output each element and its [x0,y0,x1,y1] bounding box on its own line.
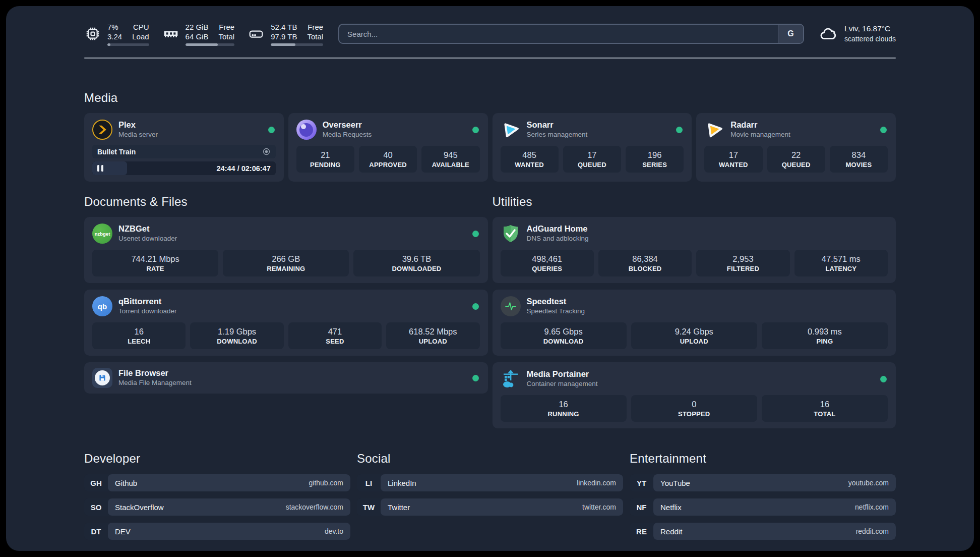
plex-icon [92,120,112,140]
stat-tile: 86,384 BLOCKED [598,250,692,276]
plex-status-dot [268,127,275,133]
disk-total-value: 97.9 TB [271,32,297,41]
speedtest-title: Speedtest [527,296,585,306]
radarr-status-dot [880,127,887,133]
stat-tile: 16 TOTAL [762,395,888,422]
utilities-column: Utilities AdGuard Home DNS and adblockin… [493,195,896,428]
stat-tile: 744.21 Mbps RATE [92,250,218,276]
social-links: Social LI LinkedIn linkedin.com TW Twitt… [357,452,623,547]
stat-tile: 39.6 TB DOWNLOADED [353,250,479,276]
overseerr-subtitle: Media Requests [323,130,372,140]
memory-stat: 22 GiB 64 GiB Free Total [162,22,235,46]
adguard-icon [501,224,521,244]
overseerr-card[interactable]: Overseerr Media Requests 21 PENDING 40 A… [288,113,488,182]
stat-tile: 40 APPROVED [359,146,417,173]
stat-tile: 0.993 ms PING [762,322,888,349]
search-input[interactable] [339,25,778,43]
stat-tile: 498,461 QUERIES [501,250,594,276]
nzbget-card[interactable]: nzbget NZBGet Usenet downloader 744.21 M… [84,217,488,283]
search-engine-button[interactable]: G [778,25,803,43]
link-youtube[interactable]: YT YouTube youtube.com [630,474,896,491]
weather-condition: scattered clouds [844,34,896,44]
cpu-usage: 7% [107,22,122,32]
qbittorrent-card[interactable]: qb qBittorrent Torrent downloader 16 LEE… [84,290,488,356]
portainer-card[interactable]: Media Portainer Container management 16 … [493,362,896,428]
developer-links: Developer GH Github github.com SO StackO… [84,452,350,547]
stat-tile: 834 MOVIES [830,146,888,173]
search-bar: G [338,24,804,44]
cpu-stat: 7% 3.24 CPU Load [84,22,149,46]
link-dev[interactable]: DT DEV dev.to [84,523,350,540]
link-twitter[interactable]: TW Twitter twitter.com [357,498,623,516]
speedtest-subtitle: Speedtest Tracking [527,306,585,316]
cpu-progress-bar [107,43,149,46]
link-abbr: GH [84,474,108,491]
cpu-label: CPU [132,22,149,32]
disk-total-label: Total [307,32,323,41]
cpu-load-label: Load [132,32,149,41]
dashboard: 7% 3.24 CPU Load [6,6,974,551]
filebrowser-title: File Browser [118,368,192,378]
ram-free-label: Free [218,22,234,32]
sonarr-card[interactable]: Sonarr Series management 485 WANTED 17 Q… [493,113,692,182]
plex-subtitle: Media server [118,130,158,140]
cpu-icon [84,25,101,42]
section-title-documents: Documents & Files [84,195,488,209]
now-playing-title: Bullet Train [97,148,262,156]
portainer-subtitle: Container management [527,379,598,389]
stat-tile: 16 LEECH [92,322,186,349]
documents-column: Documents & Files nzbget NZBGet Usenet d… [84,195,488,394]
link-abbr: DT [84,523,108,540]
radarr-icon [704,120,724,140]
stat-tile: 16 RUNNING [501,395,627,422]
playback-progress-bar[interactable]: 24:44 / 02:06:47 [92,161,276,175]
entertainment-links: Entertainment YT YouTube youtube.com NF … [630,452,896,547]
link-stackoverflow[interactable]: SO StackOverflow stackoverflow.com [84,498,350,516]
overseerr-status-dot [472,127,479,133]
stat-tile: 17 WANTED [704,146,762,173]
portainer-title: Media Portainer [527,369,598,379]
stat-tile: 9.65 Gbps DOWNLOAD [501,322,627,349]
stat-tile: 945 AVAILABLE [421,146,479,173]
ram-total-label: Total [218,32,234,41]
stat-tile: 21 PENDING [296,146,354,173]
media-card-row: Plex Media server Bullet Train 24:44 / 0… [84,113,896,182]
stat-tile: 0 STOPPED [631,395,757,422]
pause-icon[interactable] [97,165,103,172]
disk-icon [248,25,265,42]
stat-tile: 2,953 FILTERED [696,250,789,276]
filebrowser-icon [92,368,112,388]
disk-free-value: 52.4 TB [271,22,297,32]
filebrowser-subtitle: Media File Management [118,378,192,388]
ram-total-value: 64 GiB [186,32,209,41]
radarr-card[interactable]: Radarr Movie management 17 WANTED 22 QUE… [696,113,896,182]
speedtest-icon [501,296,521,316]
top-bar: 7% 3.24 CPU Load [84,19,896,48]
stat-tile: 618.52 Mbps UPLOAD [386,322,479,349]
ram-progress-bar [186,43,235,46]
link-github[interactable]: GH Github github.com [84,474,350,491]
link-linkedin[interactable]: LI LinkedIn linkedin.com [357,474,623,491]
weather-widget: Lviv, 16.87°C scattered clouds [819,24,896,44]
weather-location-temp: Lviv, 16.87°C [844,24,896,34]
section-title-social: Social [357,452,623,466]
filebrowser-card[interactable]: File Browser Media File Management [84,362,488,394]
qbittorrent-subtitle: Torrent downloader [118,306,177,316]
qbittorrent-title: qBittorrent [118,296,177,306]
stat-tile: 471 SEED [288,322,382,349]
qbittorrent-icon: qb [92,296,112,316]
link-netflix[interactable]: NF Netflix netflix.com [630,498,896,516]
sonarr-subtitle: Series management [527,130,588,140]
plex-card[interactable]: Plex Media server Bullet Train 24:44 / 0… [84,113,284,182]
section-title-utilities: Utilities [493,195,896,209]
section-title-entertainment: Entertainment [630,452,896,466]
header-divider [84,58,896,59]
filebrowser-status-dot [472,375,479,381]
link-abbr: NF [630,498,653,516]
adguard-card[interactable]: AdGuard Home DNS and adblocking 498,461 … [493,217,896,283]
ram-free-value: 22 GiB [186,22,209,32]
qbittorrent-status-dot [472,303,479,310]
sonarr-title: Sonarr [527,120,588,130]
speedtest-card[interactable]: Speedtest Speedtest Tracking 9.65 Gbps D… [493,290,896,356]
link-reddit[interactable]: RE Reddit reddit.com [630,523,896,540]
